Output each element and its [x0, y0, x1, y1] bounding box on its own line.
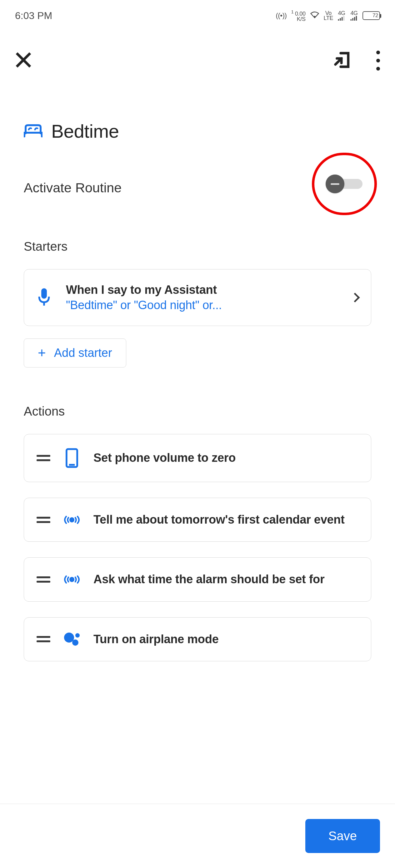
action-card[interactable]: Tell me about tomorrow's first calendar …	[24, 498, 371, 542]
phone-icon	[63, 448, 81, 468]
chevron-right-icon	[350, 292, 360, 302]
svg-rect-1	[338, 19, 339, 21]
activate-toggle[interactable]	[326, 175, 363, 193]
action-card[interactable]: Set phone volume to zero	[24, 434, 371, 482]
drag-handle-icon[interactable]	[36, 577, 50, 583]
svg-rect-11	[41, 288, 47, 299]
svg-point-15	[69, 517, 74, 522]
starters-heading: Starters	[24, 215, 371, 253]
routine-title-row: Bedtime	[24, 83, 371, 142]
starter-subtitle: "Bedtime" or "Good night" or...	[66, 297, 337, 312]
volte-icon: VoLTE	[324, 11, 333, 21]
actions-heading: Actions	[24, 368, 371, 418]
add-starter-button[interactable]: + Add starter	[24, 338, 126, 368]
svg-rect-7	[354, 17, 355, 21]
drag-handle-icon[interactable]	[36, 517, 50, 523]
broadcast-icon	[63, 512, 81, 528]
hotspot-icon: ((•))	[276, 11, 287, 20]
close-button[interactable]	[15, 52, 32, 70]
svg-rect-4	[343, 16, 344, 21]
voice-starter-card[interactable]: When I say to my Assistant "Bedtime" or …	[24, 269, 371, 326]
assistant-icon	[63, 632, 81, 646]
status-bar: 6:03 PM ((•)) 1 0.00 K/S VoLTE 4G 4G 72	[0, 0, 395, 29]
svg-rect-2	[340, 18, 341, 21]
bed-icon	[24, 123, 43, 140]
activate-row: Activate Routine	[24, 142, 371, 215]
svg-point-0	[314, 16, 315, 18]
battery-icon: 72	[363, 11, 380, 20]
action-label: Ask what time the alarm should be set fo…	[93, 571, 359, 587]
svg-rect-3	[342, 17, 342, 21]
action-card[interactable]: Ask what time the alarm should be set fo…	[24, 557, 371, 601]
add-shortcut-button[interactable]	[333, 51, 351, 70]
bottom-bar: Save	[0, 804, 395, 868]
svg-rect-6	[352, 18, 353, 21]
drag-handle-icon[interactable]	[36, 455, 50, 461]
toolbar	[0, 29, 395, 83]
action-label: Turn on airplane mode	[93, 631, 359, 647]
status-icons: ((•)) 1 0.00 K/S VoLTE 4G 4G 72	[276, 10, 380, 21]
activate-label: Activate Routine	[24, 180, 121, 195]
svg-rect-8	[356, 16, 357, 21]
starter-title: When I say to my Assistant	[66, 283, 337, 297]
action-card[interactable]: Turn on airplane mode	[24, 617, 371, 661]
action-label: Tell me about tomorrow's first calendar …	[93, 512, 359, 528]
data-speed: 1 0.00 K/S	[291, 10, 306, 21]
signal2-icon: 4G	[350, 11, 358, 21]
action-label: Set phone volume to zero	[93, 450, 359, 466]
status-time: 6:03 PM	[15, 10, 52, 22]
save-label: Save	[329, 829, 357, 843]
content: Bedtime Activate Routine Starters When I…	[0, 83, 395, 661]
add-starter-label: Add starter	[54, 346, 112, 360]
signal1-icon: 4G	[338, 11, 346, 21]
drag-handle-icon[interactable]	[36, 636, 50, 642]
mic-icon	[36, 287, 52, 308]
broadcast-icon	[63, 572, 81, 587]
wifi-icon	[310, 11, 319, 20]
page-title: Bedtime	[51, 121, 119, 142]
plus-icon: +	[38, 349, 46, 357]
svg-rect-5	[350, 19, 351, 21]
more-menu-button[interactable]	[376, 51, 380, 70]
highlight-circle	[312, 153, 377, 215]
svg-point-16	[69, 577, 74, 582]
save-button[interactable]: Save	[305, 819, 380, 853]
